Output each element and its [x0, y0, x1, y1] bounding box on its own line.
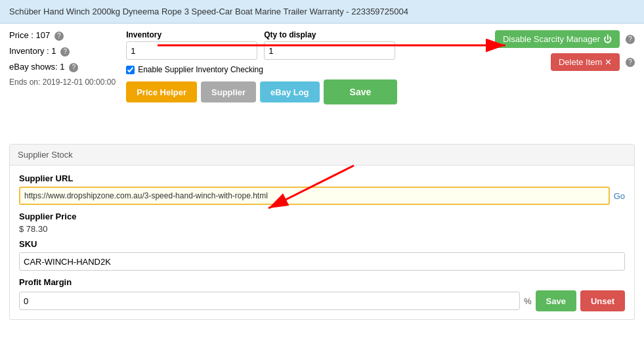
sku-label: SKU	[19, 239, 625, 249]
ends-on-display: Ends on: 2019-12-01 00:00:00	[9, 78, 116, 87]
inventory-input[interactable]	[126, 41, 257, 60]
ebay-log-button[interactable]: eBay Log	[260, 81, 320, 102]
supplier-price-value: $ 78.30	[19, 224, 625, 234]
profit-margin-input[interactable]	[19, 292, 520, 310]
title-bar: Schüber Hand Winch 2000kg Dyneema Rope 3…	[0, 0, 644, 24]
qty-input-label: Qty to display	[264, 30, 395, 39]
price-display: Price : 107 ?	[9, 30, 116, 41]
scarcity-help-icon[interactable]: ?	[626, 35, 635, 44]
supplier-price-label: Supplier Price	[19, 212, 625, 221]
qty-input[interactable]	[264, 41, 395, 60]
supplier-stock-section: Supplier Stock Supplier URL Go Suppl	[9, 144, 635, 320]
ebay-shows-display: eBay shows: 1 ?	[9, 62, 116, 72]
price-help-icon[interactable]: ?	[54, 32, 64, 41]
inventory-help-icon[interactable]: ?	[60, 47, 70, 56]
supplier-button[interactable]: Supplier	[201, 81, 256, 102]
enable-supplier-checkbox[interactable]	[126, 66, 135, 74]
delete-help-icon[interactable]: ?	[626, 58, 635, 67]
supplier-stock-header: Supplier Stock	[10, 145, 634, 166]
left-info-panel: Price : 107 ? Inventory : 1 ? eBay shows…	[9, 30, 116, 92]
inventory-display: Inventory : 1 ?	[9, 46, 116, 56]
action-buttons-row: Price Helper Supplier eBay Log Save	[126, 79, 480, 104]
ebay-shows-help-icon[interactable]: ?	[69, 63, 78, 72]
enable-supplier-label: Enable Supplier Inventory Checking	[138, 65, 263, 74]
inventory-input-group: Inventory	[126, 30, 257, 60]
page-title: Schüber Hand Winch 2000kg Dyneema Rope 3…	[9, 7, 408, 16]
profit-margin-label: Profit Margin	[19, 277, 625, 287]
supplier-url-input[interactable]	[19, 187, 610, 205]
profit-save-button[interactable]: Save	[536, 290, 576, 311]
power-icon: ⏻	[603, 34, 612, 44]
profit-unset-button[interactable]: Unset	[580, 290, 625, 311]
supplier-url-row: Go	[19, 187, 625, 205]
qty-input-group: Qty to display	[264, 30, 395, 60]
middle-section: Inventory Qty to display Enable Supplier…	[126, 30, 480, 104]
percent-label: %	[524, 296, 532, 306]
inventory-input-label: Inventory	[126, 30, 257, 39]
go-link[interactable]: Go	[614, 191, 625, 201]
enable-supplier-row: Enable Supplier Inventory Checking	[126, 65, 480, 74]
right-section: Disable Scarcity Manager ⏻ ? Delete Item…	[490, 30, 635, 71]
disable-scarcity-button[interactable]: Disable Scarcity Manager ⏻	[495, 30, 620, 48]
supplier-url-label: Supplier URL	[19, 173, 625, 183]
supplier-stock-body: Supplier URL Go Supplier Price $ 78.30	[10, 166, 634, 319]
profit-margin-row: % Save Unset	[19, 290, 625, 311]
sku-input[interactable]	[19, 252, 625, 271]
disable-scarcity-label: Disable Scarcity Manager	[503, 34, 600, 44]
price-helper-button[interactable]: Price Helper	[126, 81, 197, 102]
delete-item-button[interactable]: Delete Item ✕	[551, 53, 620, 71]
save-button[interactable]: Save	[324, 79, 398, 104]
